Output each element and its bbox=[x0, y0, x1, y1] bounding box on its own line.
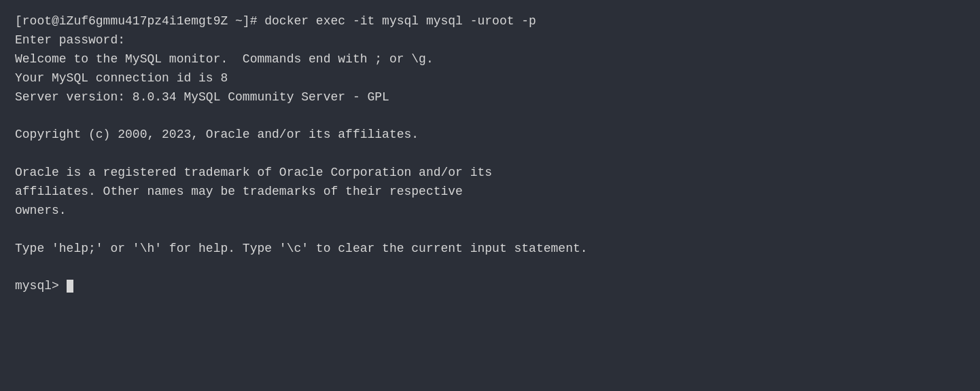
terminal-line: Server version: 8.0.34 MySQL Community S… bbox=[15, 88, 965, 107]
terminal-line: Your MySQL connection id is 8 bbox=[15, 69, 965, 88]
terminal-line bbox=[15, 107, 965, 126]
terminal-line: owners. bbox=[15, 202, 965, 221]
terminal-line: affiliates. Other names may be trademark… bbox=[15, 183, 965, 202]
terminal-window[interactable]: [root@iZuf6gmmu417pz4i1emgt9Z ~]# docker… bbox=[0, 0, 980, 391]
terminal-line bbox=[15, 221, 965, 240]
terminal-line: Type 'help;' or '\h' for help. Type '\c'… bbox=[15, 240, 965, 259]
terminal-line: [root@iZuf6gmmu417pz4i1emgt9Z ~]# docker… bbox=[15, 12, 965, 31]
terminal-line bbox=[15, 259, 965, 278]
terminal-line: mysql> bbox=[15, 277, 965, 296]
terminal-line: Oracle is a registered trademark of Orac… bbox=[15, 164, 965, 183]
terminal-cursor bbox=[67, 280, 73, 293]
terminal-line bbox=[15, 145, 965, 164]
terminal-line: Welcome to the MySQL monitor. Commands e… bbox=[15, 50, 965, 69]
terminal-line: Enter password: bbox=[15, 31, 965, 50]
terminal-line: Copyright (c) 2000, 2023, Oracle and/or … bbox=[15, 126, 965, 145]
